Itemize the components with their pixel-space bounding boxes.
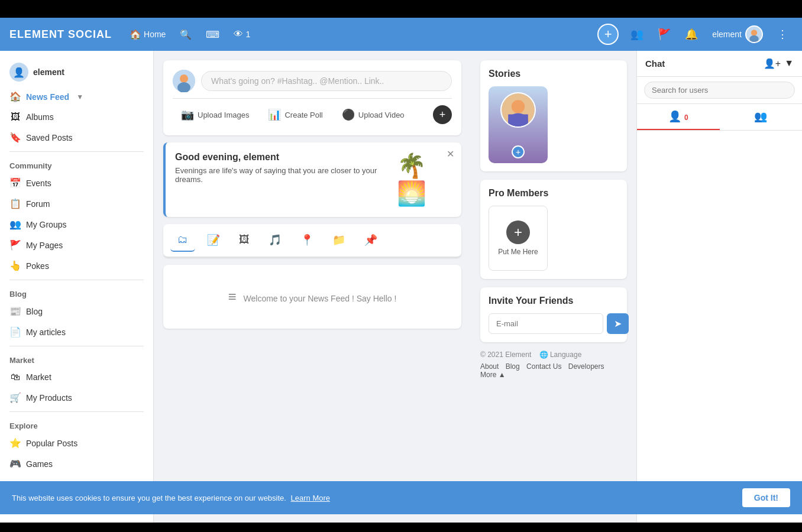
cookie-accept-button[interactable]: Got It! (742, 488, 790, 507)
tab-files[interactable]: 📁 (325, 229, 353, 252)
pro-add-icon: + (506, 220, 530, 244)
footer-nav: About Blog Contact Us Developers More ▲ (480, 362, 627, 379)
my-products-icon: 🛒 (9, 392, 21, 403)
cookie-banner: This website uses cookies to ensure you … (0, 481, 802, 514)
sidebar-item-my-groups[interactable]: 👥 My Groups (0, 214, 153, 235)
friends-button[interactable]: 👥 (626, 25, 648, 43)
nav-search[interactable]: 🔍 (174, 25, 198, 44)
chat-search-input[interactable] (644, 82, 795, 99)
greeting-body: Evenings are life's way of saying that y… (175, 166, 391, 184)
footer-contact-link[interactable]: Contact Us (526, 362, 561, 371)
welcome-icon: ≡ (228, 288, 237, 304)
market-section-label: Market (0, 350, 153, 367)
blog-icon: 📰 (9, 306, 21, 317)
sidebar-username: element (33, 67, 64, 77)
my-articles-label: My articles (26, 327, 66, 337)
footer-copyright: © 2021 Element 🌐 Language (480, 351, 627, 359)
user-menu[interactable]: element (707, 23, 768, 46)
more-button[interactable]: ⋮ (772, 25, 793, 43)
sidebar-item-events[interactable]: 📅 Events (0, 173, 153, 193)
upload-video-button[interactable]: ⚫ Upload Video (334, 103, 413, 126)
invite-send-button[interactable]: ➤ (607, 313, 629, 334)
post-input[interactable]: What's going on? #Hashtag.. @Mention.. L… (201, 71, 452, 91)
chat-add-friend-icon[interactable]: 👤+ (764, 58, 781, 69)
nav-view[interactable]: 👁 1 (228, 25, 256, 43)
story-card-add[interactable]: + (489, 86, 548, 163)
sidebar-item-my-products[interactable]: 🛒 My Products (0, 387, 153, 408)
footer-blog-link[interactable]: Blog (506, 362, 520, 371)
tab-location[interactable]: 📍 (293, 229, 321, 252)
poll-icon: 📊 (268, 108, 281, 121)
right-sidebar: Stories + (471, 51, 636, 523)
cookie-learn-more-link[interactable]: Learn More (291, 494, 330, 502)
tab-pin[interactable]: 📌 (357, 229, 384, 252)
sidebar-item-saved-posts[interactable]: 🔖 Saved Posts (0, 127, 153, 148)
sidebar-item-my-pages[interactable]: 🚩 My Pages (0, 235, 153, 255)
svg-rect-9 (508, 114, 528, 126)
create-poll-label: Create Poll (284, 111, 322, 119)
chat-panel: Chat 👤+ ▼ 👤 0 👥 What's happening No new … (636, 51, 802, 523)
chat-tab-groups[interactable]: 👥 (720, 104, 803, 130)
sidebar-item-games[interactable]: 🎮 Games (0, 453, 153, 474)
tab-music[interactable]: 🎵 (261, 229, 289, 252)
sidebar-item-market[interactable]: 🛍 Market (0, 367, 153, 387)
chat-collapse-icon[interactable]: ▼ (784, 58, 794, 69)
nav-view-badge: 1 (245, 30, 250, 39)
tab-all[interactable]: 🗂 (170, 229, 195, 252)
pro-member-card[interactable]: + Put Me Here (489, 206, 548, 271)
upload-images-button[interactable]: 📷 Upload Images (173, 103, 257, 126)
my-groups-label: My Groups (26, 220, 66, 229)
invite-email-input[interactable] (489, 313, 603, 334)
sidebar-item-my-articles[interactable]: 📄 My articles (0, 322, 153, 342)
footer-more-link[interactable]: More ▲ (480, 371, 506, 379)
pro-card-label: Put Me Here (498, 248, 538, 256)
pokes-icon: 👆 (9, 260, 21, 271)
sidebar-item-blog[interactable]: 📰 Blog (0, 301, 153, 322)
story-add-button[interactable]: + (512, 145, 525, 158)
pro-members-area: + Put Me Here (489, 206, 619, 271)
sidebar-item-popular-posts[interactable]: ⭐ Popular Posts (0, 433, 153, 453)
camera-icon: 📷 (181, 108, 194, 121)
create-poll-button[interactable]: 📊 Create Poll (260, 103, 331, 126)
games-icon: 🎮 (9, 458, 21, 469)
header: ELEMENT SOCIAL 🏠 Home 🔍 ⌨ 👁 1 + 👥 🚩 🔔 el… (0, 18, 802, 51)
cookie-text: This website uses cookies to ensure you … (12, 494, 330, 502)
my-pages-icon: 🚩 (9, 239, 21, 251)
divider-explore (9, 411, 144, 412)
footer-links: © 2021 Element 🌐 Language About Blog Con… (480, 351, 627, 379)
header-right: 👥 🚩 🔔 element ⋮ (626, 23, 793, 46)
svg-point-4 (180, 74, 188, 83)
albums-icon: 🖼 (9, 112, 21, 122)
nav-keyboard[interactable]: ⌨ (200, 25, 225, 44)
blog-section-label: Blog (0, 284, 153, 301)
my-groups-icon: 👥 (9, 219, 21, 230)
header-nav: 🏠 Home 🔍 ⌨ 👁 1 (124, 25, 256, 44)
notifications-button[interactable]: 🔔 (680, 25, 703, 43)
sidebar-item-forum[interactable]: 📋 Forum (0, 193, 153, 214)
tab-images[interactable]: 🖼 (232, 229, 257, 252)
market-icon: 🛍 (9, 372, 21, 382)
tab-text[interactable]: 📝 (200, 229, 227, 252)
svg-point-7 (512, 100, 525, 113)
add-button[interactable]: + (597, 24, 619, 45)
footer-developers-link[interactable]: Developers (568, 362, 604, 371)
friends-icon: 👥 (630, 28, 643, 41)
flags-button[interactable]: 🚩 (653, 25, 675, 43)
chat-search (637, 77, 802, 104)
chat-tab-friends[interactable]: 👤 0 (637, 104, 720, 130)
news-feed-label: News Feed (26, 92, 69, 102)
sidebar-item-news-feed[interactable]: 🏠 News Feed ▼ (0, 86, 153, 107)
sidebar-avatar: 👤 (9, 63, 28, 82)
language-link[interactable]: 🌐 Language (539, 351, 582, 359)
footer-about-link[interactable]: About (480, 362, 499, 371)
market-label: Market (26, 372, 51, 382)
popular-posts-label: Popular Posts (26, 439, 77, 448)
sidebar-item-pokes[interactable]: 👆 Pokes (0, 255, 153, 276)
more-actions-button[interactable]: + (433, 105, 452, 124)
greeting-close-button[interactable]: ✕ (447, 148, 454, 160)
groups-tab-icon: 👥 (754, 111, 767, 122)
nav-home[interactable]: 🏠 Home (124, 25, 172, 44)
my-pages-label: My Pages (26, 241, 63, 250)
sidebar-user[interactable]: 👤 element (0, 58, 153, 86)
sidebar-item-albums[interactable]: 🖼 Albums (0, 107, 153, 127)
